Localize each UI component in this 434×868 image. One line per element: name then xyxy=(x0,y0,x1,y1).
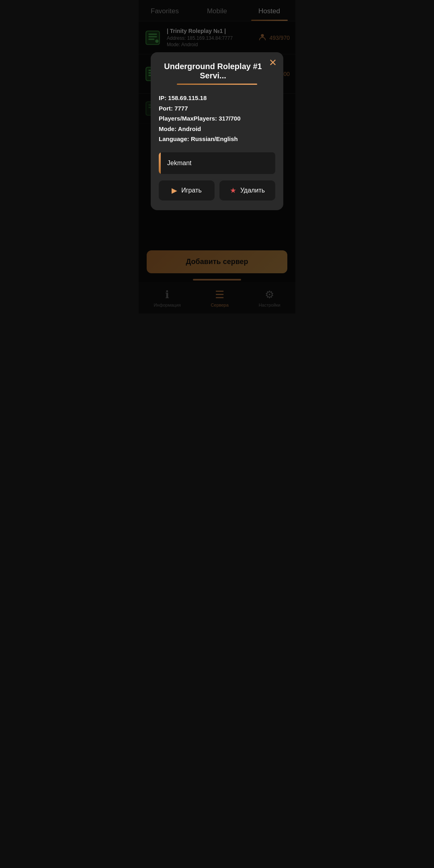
language-value: Russian/English xyxy=(191,135,238,142)
play-button-label: Играть xyxy=(181,187,201,194)
port-value: 7777 xyxy=(174,105,188,112)
dialog-mode-row: Mode: Android xyxy=(159,124,275,134)
dialog-title: Underground Roleplay #1 Servi... xyxy=(159,62,275,80)
dialog-info: IP: 158.69.115.18 Port: 7777 Players/Max… xyxy=(159,93,275,144)
star-icon: ★ xyxy=(230,186,236,195)
dialog-players-row: Players/MaxPlayers: 317/700 xyxy=(159,113,275,124)
dialog-ip-row: IP: 158.69.115.18 xyxy=(159,93,275,103)
play-button[interactable]: ▶ Играть xyxy=(159,180,215,201)
port-label: Port: xyxy=(159,105,174,112)
language-label: Language: xyxy=(159,135,191,142)
dialog-language-row: Language: Russian/English xyxy=(159,134,275,144)
server-detail-dialog: ✕ Underground Roleplay #1 Servi... IP: 1… xyxy=(151,52,283,210)
nickname-field[interactable]: Jekmant xyxy=(159,152,275,174)
delete-button[interactable]: ★ Удалить xyxy=(219,180,275,201)
play-icon: ▶ xyxy=(172,186,177,195)
mode-value: Android xyxy=(178,125,201,132)
players-label: Players/MaxPlayers: xyxy=(159,115,219,122)
delete-button-label: Удалить xyxy=(240,187,265,194)
dialog-port-row: Port: 7777 xyxy=(159,103,275,114)
ip-label: IP: xyxy=(159,94,168,101)
mode-label: Mode: xyxy=(159,125,178,132)
players-value: 317/700 xyxy=(219,115,240,122)
nickname-text: Jekmant xyxy=(161,160,198,167)
close-button[interactable]: ✕ xyxy=(269,58,277,68)
dialog-overlay: ✕ Underground Roleplay #1 Servi... IP: 1… xyxy=(139,0,295,313)
dialog-title-underline xyxy=(177,84,257,85)
action-buttons: ▶ Играть ★ Удалить xyxy=(159,180,275,201)
ip-value: 158.69.115.18 xyxy=(168,94,207,101)
